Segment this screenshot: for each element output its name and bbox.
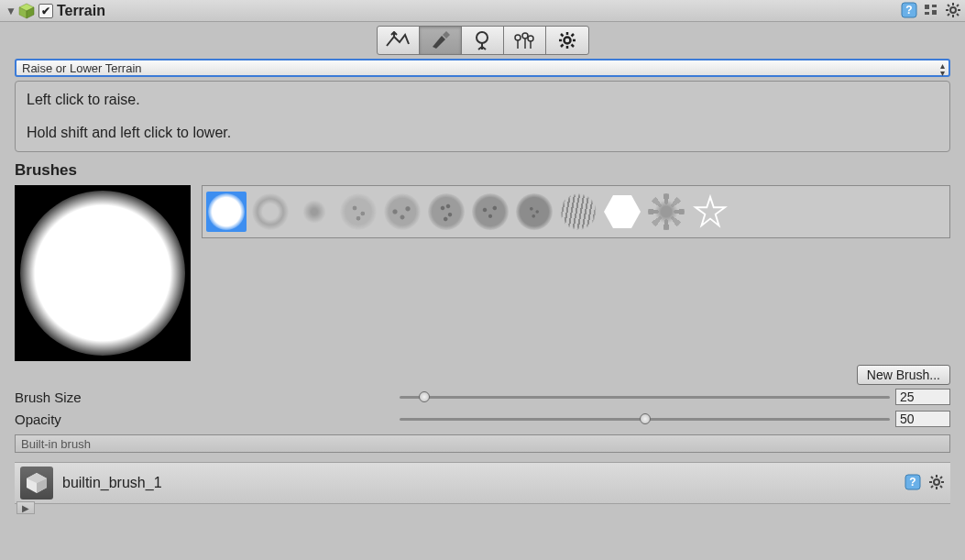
paint-tool[interactable] <box>420 27 462 54</box>
dropdown-caret-icon: ▴▾ <box>940 62 945 77</box>
opacity-field[interactable]: 50 <box>895 411 950 427</box>
brush-hexagon[interactable] <box>602 192 642 232</box>
svg-text:?: ? <box>909 476 916 489</box>
component-title: Terrain <box>57 3 105 19</box>
svg-point-19 <box>477 32 488 43</box>
brush-size-slider[interactable] <box>400 389 890 405</box>
svg-rect-8 <box>932 10 937 15</box>
settings-tool[interactable] <box>546 27 588 54</box>
unity-asset-icon <box>20 467 53 500</box>
terrain-toolbar <box>377 26 589 55</box>
brush-noise-3[interactable] <box>426 192 466 232</box>
opacity-slider[interactable] <box>400 411 890 427</box>
svg-rect-5 <box>925 5 929 9</box>
brush-soft-round[interactable] <box>206 192 247 232</box>
terrain-mode-label: Raise or Lower Terrain <box>22 61 142 75</box>
brush-preview-image <box>20 191 185 356</box>
foldout-toggle[interactable]: ▼ <box>5 5 16 17</box>
brush-noise-1[interactable] <box>338 192 378 232</box>
enabled-checkbox[interactable]: ✔ <box>38 4 53 18</box>
svg-line-15 <box>957 14 959 16</box>
brush-size-field[interactable]: 25 <box>895 389 950 405</box>
asset-foldout-toggle[interactable]: ▶ <box>16 501 35 514</box>
svg-text:?: ? <box>905 4 912 16</box>
component-header: ▼ ✔ Terrain ? <box>0 0 965 22</box>
svg-line-52 <box>931 486 933 488</box>
brush-asset-header: builtin_brush_1 ? ▶ <box>15 462 950 504</box>
brush-preview <box>15 185 191 361</box>
svg-line-35 <box>571 45 574 48</box>
brush-small-dot[interactable] <box>294 192 334 232</box>
svg-point-9 <box>950 7 956 13</box>
brush-soft-ring[interactable] <box>250 192 291 232</box>
svg-point-23 <box>515 35 521 40</box>
brush-noise-5[interactable] <box>514 192 554 232</box>
opacity-label: Opacity <box>15 412 400 427</box>
brush-sparkle[interactable] <box>646 192 686 232</box>
svg-point-29 <box>564 38 570 44</box>
help-icon[interactable]: ? <box>901 2 917 18</box>
svg-rect-6 <box>932 5 937 7</box>
svg-line-14 <box>948 5 949 6</box>
brush-status-label: Built-in brush <box>15 434 950 453</box>
brush-size-label: Brush Size <box>15 390 400 405</box>
new-brush-button[interactable]: New Brush... <box>857 365 950 385</box>
help-icon[interactable]: ? <box>905 474 921 490</box>
svg-marker-38 <box>696 197 725 225</box>
svg-line-49 <box>931 477 933 478</box>
preset-icon[interactable] <box>923 2 939 18</box>
svg-line-36 <box>571 34 574 37</box>
tree-tool[interactable] <box>462 27 504 54</box>
brush-stripes[interactable] <box>558 192 598 232</box>
svg-rect-7 <box>925 12 929 15</box>
svg-line-50 <box>940 486 942 488</box>
gear-icon[interactable] <box>928 474 945 490</box>
brush-palette <box>202 185 950 238</box>
svg-line-37 <box>561 45 564 48</box>
brush-star-outline[interactable] <box>690 192 730 232</box>
brushes-title: Brushes <box>15 161 950 180</box>
detail-tool[interactable] <box>504 27 546 54</box>
svg-point-24 <box>522 33 528 38</box>
brush-noise-2[interactable] <box>382 192 422 232</box>
svg-point-44 <box>934 479 939 485</box>
svg-line-34 <box>561 34 564 37</box>
svg-line-51 <box>940 477 942 478</box>
svg-line-17 <box>948 14 949 16</box>
gear-icon[interactable] <box>945 2 961 18</box>
help-line-2: Hold shift and left click to lower. <box>27 124 938 142</box>
new-brush-label: New Brush... <box>867 368 940 382</box>
brush-noise-4[interactable] <box>470 192 510 232</box>
terrain-mode-select[interactable]: Raise or Lower Terrain ▴▾ <box>15 59 950 77</box>
svg-point-25 <box>528 36 533 41</box>
raise-lower-tool[interactable] <box>378 27 420 54</box>
terrain-icon <box>18 3 35 19</box>
brush-asset-name: builtin_brush_1 <box>62 475 162 491</box>
help-box: Left click to raise. Hold shift and left… <box>15 81 950 152</box>
help-line-1: Left click to raise. <box>27 91 938 109</box>
svg-line-16 <box>957 5 959 6</box>
